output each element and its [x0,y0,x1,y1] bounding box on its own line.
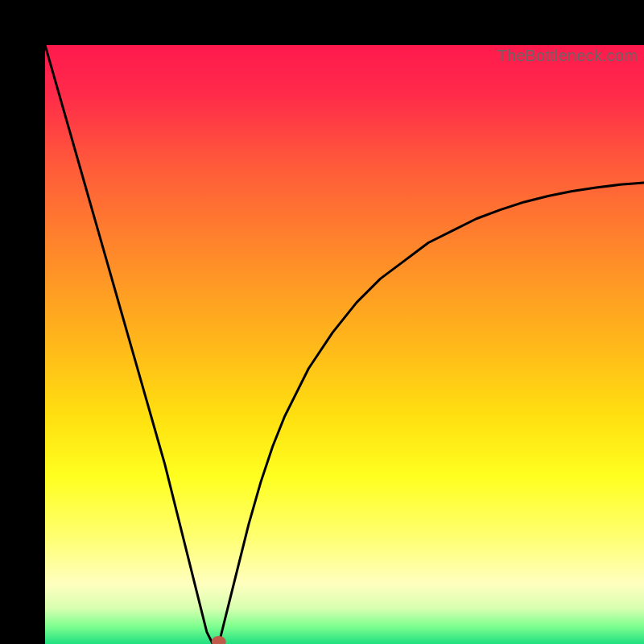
chart-frame: TheBottleneck.com [0,0,644,644]
watermark-text: TheBottleneck.com [497,47,638,65]
plot-area: TheBottleneck.com [45,45,644,644]
chart-canvas [45,45,644,644]
gradient-background [45,45,644,644]
